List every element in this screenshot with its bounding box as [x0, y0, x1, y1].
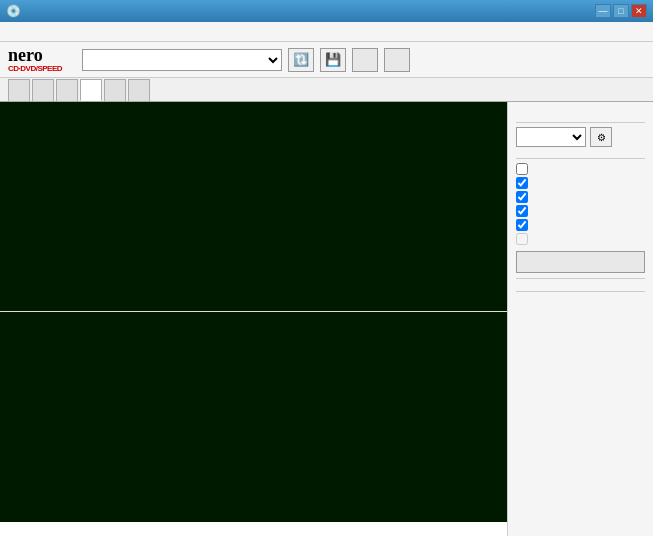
close-window-button[interactable]: ✕	[631, 4, 647, 18]
tab-bar	[0, 78, 653, 102]
title-bar: 💿 — □ ✕	[0, 0, 653, 22]
title-bar-left: 💿	[6, 4, 25, 18]
start-button[interactable]	[352, 48, 378, 72]
minimize-button[interactable]: —	[595, 4, 611, 18]
c1pie-checkbox[interactable]	[516, 177, 528, 189]
divider-2	[516, 158, 645, 159]
tab-create-disc[interactable]	[32, 79, 54, 101]
tab-scan-disc[interactable]	[128, 79, 150, 101]
tab-disc-quality[interactable]	[80, 79, 102, 101]
read-speed-checkbox[interactable]	[516, 219, 528, 231]
speed-settings-row: ⚙	[516, 127, 645, 147]
c2pif-checkbox[interactable]	[516, 191, 528, 203]
menu-extra[interactable]	[44, 30, 52, 34]
right-panel: ⚙	[508, 102, 653, 536]
chart-pif	[0, 312, 507, 522]
main-content: ⚙	[0, 102, 653, 536]
menu-help[interactable]	[64, 30, 72, 34]
speed-selector[interactable]	[516, 127, 586, 147]
divider-3	[516, 278, 645, 279]
read-speed-row	[516, 219, 645, 231]
close-button[interactable]	[384, 48, 410, 72]
tab-disc-info[interactable]	[56, 79, 78, 101]
toolbar: nero CD·DVD/SPEED 🔃 💾	[0, 42, 653, 78]
divider-1	[516, 122, 645, 123]
drive-selector[interactable]	[82, 49, 282, 71]
write-speed-checkbox	[516, 233, 528, 245]
quick-scan-row	[516, 163, 645, 175]
nero-logo: nero CD·DVD/SPEED	[8, 46, 62, 73]
chart-pie	[0, 102, 507, 312]
menu-bar	[0, 22, 653, 42]
c2pif-row	[516, 191, 645, 203]
advanced-button[interactable]	[516, 251, 645, 273]
maximize-button[interactable]: □	[613, 4, 629, 18]
write-speed-row	[516, 233, 645, 245]
c1pie-row	[516, 177, 645, 189]
speed-config-button[interactable]: ⚙	[590, 127, 612, 147]
nero-logo-text: nero	[8, 46, 43, 64]
tab-benchmark[interactable]	[8, 79, 30, 101]
tab-advanced-disc-quality[interactable]	[104, 79, 126, 101]
jitter-row	[516, 205, 645, 217]
cd-dvd-speed-label: CD·DVD/SPEED	[8, 64, 62, 73]
save-button[interactable]: 💾	[320, 48, 346, 72]
charts-area	[0, 102, 508, 536]
progress-section	[516, 291, 645, 300]
quick-scan-checkbox[interactable]	[516, 163, 528, 175]
refresh-button[interactable]: 🔃	[288, 48, 314, 72]
menu-file[interactable]	[4, 30, 12, 34]
jitter-checkbox[interactable]	[516, 205, 528, 217]
title-bar-controls: — □ ✕	[595, 4, 647, 18]
menu-runtest[interactable]	[24, 30, 32, 34]
